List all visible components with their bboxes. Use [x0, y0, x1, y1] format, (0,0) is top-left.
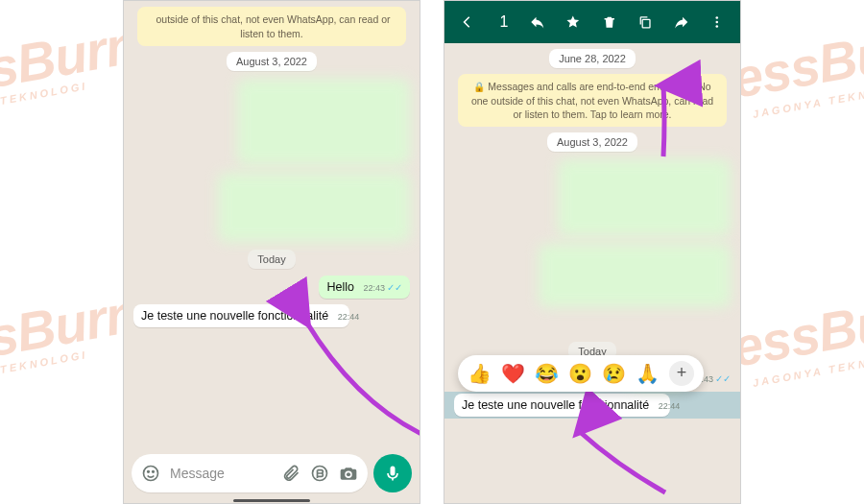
home-indicator	[124, 497, 420, 503]
svg-point-1	[148, 471, 150, 473]
watermark-sub: JAGONYA TEKNOLOGI	[0, 350, 88, 389]
blurred-message	[558, 159, 731, 236]
annotation-arrow	[297, 314, 420, 443]
camera-icon[interactable]	[339, 464, 358, 483]
watermark-sub: JAGONYA TEKNOLOGI	[0, 82, 88, 120]
read-ticks-icon: ✓✓	[715, 373, 731, 384]
message-text: Hello	[326, 280, 354, 294]
emoji-icon[interactable]	[141, 464, 160, 483]
encryption-notice[interactable]: 🔒Messages and calls are end-to-end encry…	[458, 74, 727, 127]
lock-icon: 🔒	[473, 82, 485, 92]
blurred-message	[218, 173, 410, 242]
message-text: Je teste une nouvelle fonctionnalité	[141, 309, 328, 323]
encryption-notice[interactable]: outside of this chat, not even WhatsApp,…	[137, 7, 406, 46]
star-icon[interactable]	[565, 12, 581, 32]
input-placeholder: Message	[170, 466, 225, 481]
message-in[interactable]: Je teste une nouvelle fonctionnalité 22:…	[133, 304, 349, 327]
svg-point-4	[347, 472, 350, 476]
svg-point-8	[716, 25, 719, 28]
screenshot-left: outside of this chat, not even WhatsApp,…	[123, 0, 420, 504]
encryption-text: outside of this chat, not even WhatsApp,…	[156, 13, 391, 39]
mic-icon	[383, 464, 402, 483]
reply-icon[interactable]	[530, 12, 545, 32]
message-input[interactable]: Message	[132, 454, 368, 492]
svg-rect-5	[642, 19, 650, 27]
reaction-bar[interactable]: 👍 ❤️ 😂 😮 😢 🙏 +	[458, 355, 704, 392]
message-time: 22:44	[659, 401, 681, 411]
encryption-text: Messages and calls are end-to-end encryp…	[471, 81, 713, 120]
date-chip: June 28, 2022	[549, 49, 636, 68]
read-ticks-icon: ✓✓	[387, 282, 402, 293]
watermark-sub: JAGONYA TEKNOLOGI	[753, 350, 864, 389]
svg-point-6	[716, 16, 719, 19]
message-in-selected[interactable]: Je teste une nouvelle fonctionnalité 22:…	[454, 394, 670, 417]
message-text: Je teste une nouvelle fonctionnalité	[462, 398, 649, 412]
reaction-emoji[interactable]: 😢	[602, 362, 626, 385]
more-icon[interactable]	[709, 12, 725, 32]
watermark-sub: JAGONYA TEKNOLOGI	[753, 82, 864, 120]
copy-icon[interactable]	[637, 12, 653, 32]
back-icon[interactable]	[460, 12, 475, 32]
delete-icon[interactable]	[602, 12, 617, 32]
reaction-emoji[interactable]: 😮	[568, 362, 592, 385]
message-time: 22:43✓✓	[363, 282, 402, 293]
forward-icon[interactable]	[674, 12, 689, 32]
date-chip: August 3, 2022	[227, 52, 317, 71]
mic-button[interactable]	[373, 454, 412, 492]
reaction-emoji[interactable]: 🙏	[636, 362, 660, 385]
selection-toolbar: 1	[444, 1, 740, 43]
payment-icon[interactable]	[310, 464, 329, 483]
selected-row[interactable]: Je teste une nouvelle fonctionnalité 22:…	[444, 392, 740, 419]
svg-point-2	[153, 471, 155, 473]
svg-point-0	[144, 467, 158, 481]
date-chip-today: Today	[248, 250, 295, 269]
message-time: 22:44	[338, 312, 360, 322]
attach-icon[interactable]	[281, 464, 300, 483]
reaction-emoji[interactable]: 👍	[468, 362, 492, 385]
blurred-message	[539, 244, 731, 307]
screenshot-right: 1 June 28, 2022 🔒Messages and calls are …	[444, 0, 741, 504]
input-bar: Message	[124, 449, 420, 497]
reaction-emoji[interactable]: ❤️	[501, 362, 525, 385]
date-chip: August 3, 2022	[547, 132, 637, 152]
selection-count: 1	[500, 13, 509, 31]
reaction-add[interactable]: +	[669, 361, 694, 386]
reaction-emoji[interactable]: 😂	[535, 362, 559, 385]
blurred-message	[237, 79, 410, 165]
message-out[interactable]: Hello 22:43✓✓	[319, 276, 410, 299]
annotation-arrow	[569, 427, 684, 498]
svg-point-7	[716, 21, 719, 24]
